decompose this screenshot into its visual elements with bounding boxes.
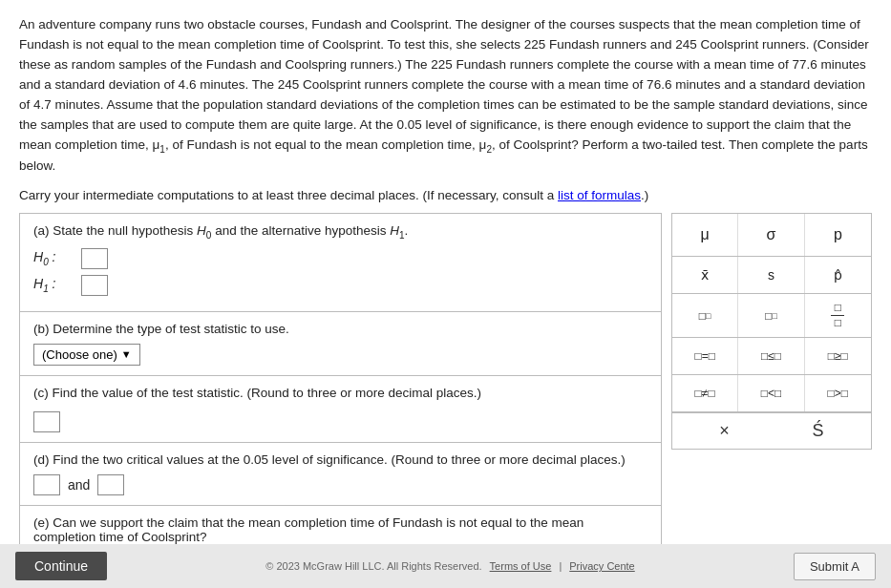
- section-b: (b) Determine the type of test statistic…: [20, 312, 661, 376]
- terms-link[interactable]: Terms of Use: [490, 560, 552, 572]
- test-statistic-dropdown[interactable]: (Choose one) ▼: [33, 344, 140, 366]
- symbol-row-3: □□ □□ □ □: [672, 294, 871, 338]
- section-a-label: (a) State the null hypothesis H0 and the…: [33, 223, 647, 241]
- h0-row: H0 :: [33, 248, 647, 269]
- critical-value-2-input[interactable]: [97, 474, 124, 495]
- s-symbol[interactable]: s: [738, 257, 804, 293]
- symbol-row-1: μ σ p: [672, 214, 871, 257]
- fraction-symbol[interactable]: □ □: [805, 294, 871, 337]
- continue-button[interactable]: Continue: [15, 552, 107, 580]
- critical-values-row: and: [33, 474, 647, 495]
- submit-button[interactable]: Submit A: [794, 553, 876, 580]
- section-c: (c) Find the value of the test statistic…: [20, 376, 661, 443]
- critical-value-1-input[interactable]: [33, 474, 60, 495]
- questions-panel: (a) State the null hypothesis H0 and the…: [19, 213, 662, 577]
- dropdown-arrow-icon: ▼: [121, 348, 132, 360]
- h1-row: H1 :: [33, 275, 647, 296]
- section-b-label: (b) Determine the type of test statistic…: [33, 322, 647, 336]
- square-superscript-symbol[interactable]: □□: [672, 294, 738, 337]
- leq-symbol[interactable]: □≤□: [738, 338, 804, 374]
- times-symbol[interactable]: ×: [719, 421, 730, 441]
- h0-input[interactable]: [81, 248, 108, 269]
- h1-label: H1 :: [33, 276, 81, 294]
- section-c-label: (c) Find the value of the test statistic…: [33, 386, 647, 400]
- bottom-bar: Continue © 2023 McGraw Hill LLC. All Rig…: [0, 544, 891, 588]
- gt-symbol[interactable]: □>□: [805, 375, 871, 411]
- privacy-link[interactable]: Privacy Cente: [569, 560, 634, 572]
- s-tilde-symbol[interactable]: Ś: [813, 421, 824, 441]
- mu-symbol[interactable]: μ: [672, 214, 738, 256]
- test-statistic-input[interactable]: [33, 411, 60, 432]
- lt-symbol[interactable]: □<□: [738, 375, 804, 411]
- instructions-text: Carry your intermediate computations to …: [19, 186, 872, 205]
- section-d: (d) Find the two critical values at the …: [20, 443, 661, 506]
- symbol-row-2: x̄ s p̂: [672, 257, 871, 294]
- equals-symbol[interactable]: □=□: [672, 338, 738, 374]
- symbol-row-5: □≠□ □<□ □>□: [672, 375, 871, 412]
- section-a: (a) State the null hypothesis H0 and the…: [20, 214, 661, 312]
- xbar-symbol[interactable]: x̄: [672, 257, 738, 293]
- neq-symbol[interactable]: □≠□: [672, 375, 738, 411]
- phat-symbol[interactable]: p̂: [805, 257, 871, 293]
- sigma-symbol[interactable]: σ: [738, 214, 804, 256]
- p-symbol[interactable]: p: [805, 214, 871, 256]
- symbol-panel: μ σ p x̄ s p̂ □□ □□ □ □: [671, 213, 872, 450]
- formulas-link[interactable]: list of formulas: [558, 188, 641, 202]
- section-d-label: (d) Find the two critical values at the …: [33, 452, 647, 467]
- and-text: and: [68, 477, 90, 493]
- symbol-bottom-row: × Ś: [672, 412, 871, 449]
- h0-label: H0 :: [33, 249, 81, 267]
- symbol-row-4: □=□ □≤□ □≥□: [672, 338, 871, 375]
- h1-input[interactable]: [81, 275, 108, 296]
- footer-copyright: © 2023 McGraw Hill LLC. All Rights Reser…: [265, 560, 481, 572]
- square-subscript-symbol[interactable]: □□: [738, 294, 804, 337]
- section-e-label: (e) Can we support the claim that the me…: [33, 515, 647, 544]
- geq-symbol[interactable]: □≥□: [805, 338, 871, 374]
- problem-text: An adventure company runs two obstacle c…: [19, 15, 872, 177]
